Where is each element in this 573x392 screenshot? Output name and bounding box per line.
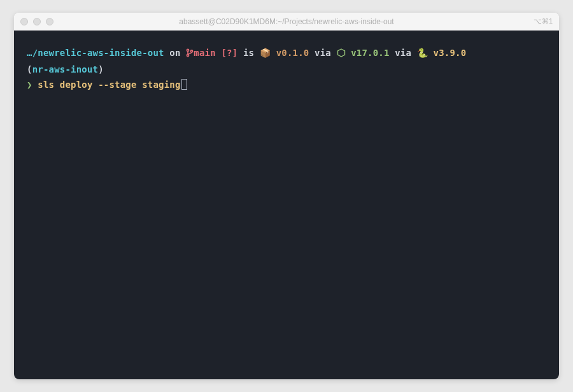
traffic-lights: [20, 18, 53, 25]
git-branch-icon: [186, 47, 194, 62]
env-name: nr-aws-inout: [32, 64, 99, 74]
python-icon: 🐍: [417, 48, 428, 58]
svg-marker-3: [337, 49, 344, 57]
prompt-package-version: v0.1.0: [271, 48, 309, 58]
svg-point-1: [187, 54, 189, 56]
svg-point-2: [191, 50, 193, 52]
cursor-icon: [181, 79, 187, 90]
prompt-ellipsis: …: [27, 48, 32, 58]
prompt-via2: via: [390, 48, 417, 58]
prompt-char: ❯: [27, 80, 32, 90]
titlebar: abassett@C02D90K1MD6M:~/Projects/newreli…: [14, 13, 559, 31]
command-text: sls deploy --stage staging: [32, 80, 181, 90]
window-title: abassett@C02D90K1MD6M:~/Projects/newreli…: [179, 17, 393, 26]
prompt-line-2: (nr-aws-inout): [27, 62, 546, 78]
command-line: ❯ sls deploy --stage staging: [27, 78, 546, 93]
prompt-line-1: …/newrelic-aws-inside-out on main [?] is…: [27, 46, 546, 62]
prompt-via1: via: [309, 48, 336, 58]
prompt-branch: main: [194, 48, 216, 58]
svg-point-0: [187, 49, 189, 51]
env-open: (: [27, 64, 32, 74]
zoom-button[interactable]: [46, 18, 53, 25]
prompt-node-version: v17.0.1: [346, 48, 390, 58]
close-button[interactable]: [20, 18, 28, 25]
node-icon: [337, 47, 346, 62]
prompt-on: on: [164, 48, 187, 58]
terminal-body[interactable]: …/newrelic-aws-inside-out on main [?] is…: [14, 31, 559, 379]
prompt-git-status: [?]: [216, 48, 238, 58]
minimize-button[interactable]: [33, 18, 41, 25]
prompt-is: is: [237, 48, 260, 58]
env-close: ): [98, 64, 104, 74]
prompt-python-version: v3.9.0: [428, 48, 466, 58]
titlebar-right-label: ⌥⌘1: [534, 17, 553, 25]
prompt-path: /newrelic-aws-inside-out: [32, 48, 164, 58]
terminal-window: abassett@C02D90K1MD6M:~/Projects/newreli…: [14, 13, 559, 379]
package-icon: 📦: [260, 48, 271, 58]
